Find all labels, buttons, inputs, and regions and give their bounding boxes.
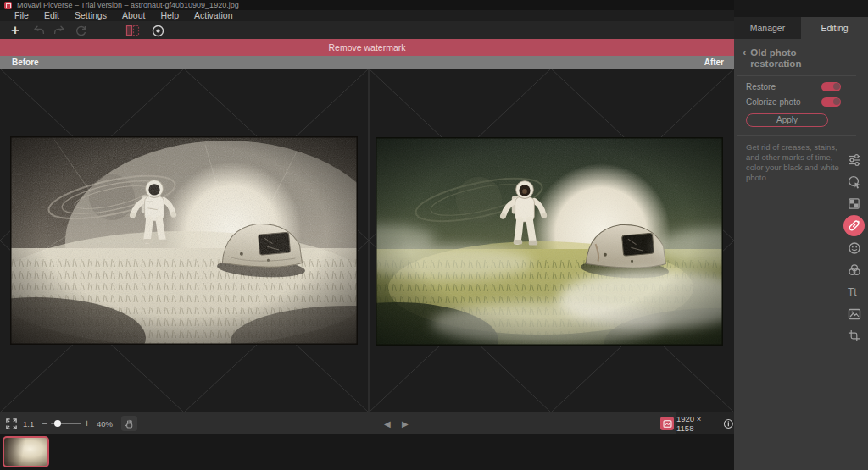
menu-bar: File Edit Settings About Help Activation [0,10,734,21]
tab-manager[interactable]: Manager [734,17,801,39]
divider [737,135,856,136]
after-photo [376,137,723,346]
compare-split-icon [125,24,140,37]
divider [737,75,856,76]
next-image-button[interactable]: ▶ [402,412,409,434]
image-size-value: 1920 × 1158 [676,414,720,433]
zoom-slider[interactable] [51,423,81,424]
colorize-toggle[interactable] [821,97,841,107]
reset-icon [75,25,87,37]
remove-watermark-banner[interactable]: Remove watermark [0,39,734,56]
info-icon[interactable] [723,418,734,429]
window-title: Movavi Picverse – Trial version – astron… [17,1,239,9]
crop-tool-button[interactable] [847,329,861,343]
effects-circles-icon [848,263,861,277]
after-label: After [704,57,724,69]
thumbnail-strip [0,434,734,470]
main-toolbar: + [0,21,734,39]
retouch-tool-button[interactable] [847,241,861,255]
compare-header-bar: Before After [0,56,734,69]
tool-rail: Tt [840,152,868,343]
status-bar: 1:1 − + 40% ◀ ▶ 1920 × 1158 [0,412,734,434]
crop-icon [848,329,860,342]
restoration-tool-button-active[interactable] [843,215,865,236]
undo-button[interactable] [31,23,47,38]
fit-to-screen-button[interactable] [5,412,18,434]
compare-view-button[interactable] [124,23,141,38]
menu-activation[interactable]: Activation [186,10,241,21]
image-info-badge [660,417,674,430]
smiley-icon [848,241,861,255]
picture-icon [663,419,672,429]
menu-help[interactable]: Help [153,10,186,21]
zoom-out-button[interactable]: − [42,412,47,434]
eye-icon [151,24,165,38]
menu-file[interactable]: File [7,10,36,21]
pan-tool-button[interactable] [121,416,137,431]
restoration-wand-icon [847,218,861,233]
app-window: Movavi Picverse – Trial version – astron… [0,0,868,470]
menu-edit[interactable]: Edit [36,10,67,21]
image-thumbnail-selected[interactable] [3,436,49,467]
hand-icon [124,418,135,429]
image-dimensions: 1920 × 1158 [676,412,734,434]
text-icon: Tt [847,285,861,298]
auto-enhance-tool-button[interactable] [847,174,861,189]
colorize-label: Colorize photo [746,97,800,107]
menu-about[interactable]: About [114,10,153,21]
background-icon [848,197,860,210]
back-chevron-icon[interactable]: ‹ [743,47,746,69]
zoom-slider-knob[interactable] [54,420,61,427]
editing-canvas [0,69,734,412]
text-tool-button[interactable]: Tt [847,285,861,299]
restore-toggle[interactable] [821,82,841,91]
mode-tabs: Manager Editing [734,17,868,39]
insert-picture-tool-button[interactable] [847,307,861,321]
auto-click-icon [848,175,861,189]
actual-size-button[interactable]: 1:1 [23,412,34,434]
panel-description: Get rid of creases, stains, and other ma… [746,142,846,183]
toggle-knob [833,98,840,105]
toggle-knob [833,83,840,90]
zoom-level-value: 40% [97,412,113,434]
before-photo [10,136,358,345]
apply-button[interactable]: Apply [746,113,828,127]
undo-icon [32,24,46,37]
reset-button[interactable] [72,23,89,38]
app-logo-icon [4,2,12,9]
redo-icon [53,24,66,37]
text-icon-glyph: Tt [848,286,857,298]
zoom-in-button[interactable]: + [84,412,90,434]
previous-image-button[interactable]: ◀ [384,412,391,434]
colorize-row: Colorize photo [746,97,841,107]
before-label: Before [12,57,39,69]
header-right-background [734,0,868,17]
redo-button[interactable] [51,23,68,38]
preview-original-button[interactable] [149,23,166,38]
tab-editing[interactable]: Editing [801,17,868,39]
change-background-tool-button[interactable] [847,196,861,211]
menu-settings[interactable]: Settings [67,10,114,21]
editing-sidebar: ‹ Old photo restoration Restore Colorize… [734,39,868,470]
insert-picture-icon [848,307,861,321]
restore-label: Restore [746,82,776,91]
effects-tool-button[interactable] [847,263,861,277]
sliders-icon [848,153,861,167]
add-file-button[interactable]: + [7,23,24,38]
fit-screen-icon [5,417,18,430]
adjustments-tool-button[interactable] [847,152,861,167]
restore-row: Restore [746,81,841,91]
panel-header[interactable]: ‹ Old photo restoration [743,47,849,69]
panel-title: Old photo restoration [750,47,849,69]
